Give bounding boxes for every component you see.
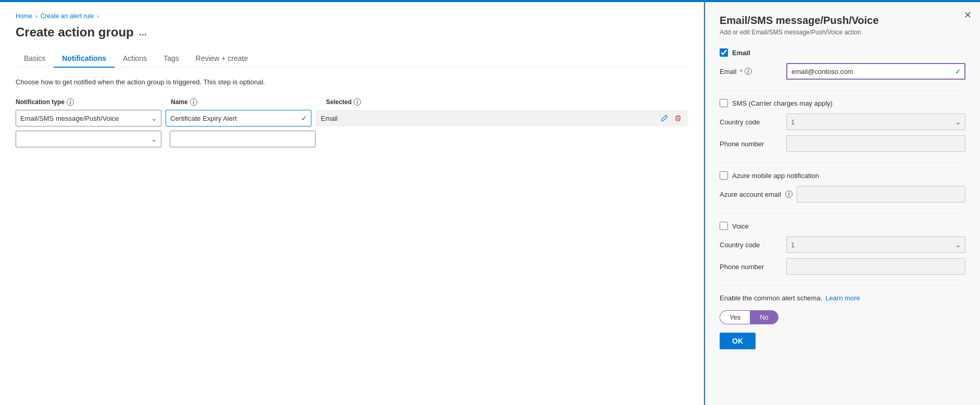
- email-field-row: Email * i ✓: [720, 63, 965, 80]
- notification-table-header: Notification type i Name i Selected i: [16, 98, 688, 106]
- notification-name-input-wrapper: ✓: [166, 110, 311, 126]
- col-header-name: Name i: [171, 98, 322, 106]
- voice-country-row: Country code 1: [720, 236, 965, 253]
- voice-phone-label: Phone number: [720, 263, 782, 271]
- learn-more-link[interactable]: Learn more: [825, 294, 860, 302]
- sms-phone-row: Phone number: [720, 135, 965, 152]
- tab-tags[interactable]: Tags: [155, 50, 187, 68]
- empty-type-select-wrapper: [16, 131, 161, 147]
- sms-country-select-wrapper: 1: [786, 113, 965, 130]
- voice-country-select-wrapper: 1: [786, 236, 965, 253]
- voice-checkbox[interactable]: [720, 222, 728, 230]
- voice-phone-row: Phone number: [720, 258, 965, 275]
- selected-value: Email: [321, 115, 338, 122]
- tabs-bar: Basics Notifications Actions Tags Review…: [16, 50, 688, 68]
- description-text: Choose how to get notified when the acti…: [16, 78, 688, 86]
- ok-button[interactable]: OK: [720, 333, 756, 349]
- azure-email-info-icon[interactable]: i: [785, 191, 793, 198]
- edit-notification-btn[interactable]: [660, 113, 669, 123]
- email-required-star: *: [740, 68, 743, 75]
- email-section: Email Email * i ✓: [720, 48, 965, 80]
- alert-schema-row: Enable the common alert schema. Learn mo…: [720, 294, 965, 302]
- sms-label: SMS (Carrier charges may apply): [732, 99, 833, 107]
- table-row: Email/SMS message/Push/Voice ✓ Email: [16, 110, 688, 126]
- email-field-label: Email * i: [720, 68, 782, 75]
- alert-schema-text: Enable the common alert schema.: [720, 294, 822, 302]
- tab-actions[interactable]: Actions: [115, 50, 155, 68]
- voice-country-select[interactable]: 1: [786, 236, 965, 253]
- voice-label: Voice: [732, 222, 749, 230]
- type-info-icon[interactable]: i: [67, 98, 74, 106]
- sms-country-select[interactable]: 1: [786, 113, 965, 130]
- sms-section: SMS (Carrier charges may apply) Country …: [720, 99, 965, 152]
- azure-account-email-row: Azure account email i: [720, 186, 965, 202]
- page-title: Create action group: [16, 25, 134, 40]
- email-label: Email: [732, 49, 750, 57]
- name-check-icon: ✓: [301, 114, 307, 122]
- voice-section: Voice Country code 1 Phone number: [720, 222, 965, 275]
- tab-basics[interactable]: Basics: [16, 50, 54, 68]
- sms-checkbox[interactable]: [720, 99, 728, 107]
- selected-cell: Email: [316, 110, 688, 126]
- selected-cell-actions: [660, 113, 683, 123]
- page-title-row: Create action group ...: [16, 25, 688, 40]
- email-input-wrapper: ✓: [786, 63, 965, 80]
- panel-subtitle: Add or edit Email/SMS message/Push/Voice…: [720, 29, 965, 36]
- sms-phone-label: Phone number: [720, 140, 782, 148]
- empty-name-wrapper: [166, 131, 316, 147]
- email-checkbox[interactable]: [720, 48, 728, 57]
- empty-type-select[interactable]: [16, 131, 161, 147]
- toggle-yes-btn[interactable]: Yes: [720, 310, 750, 324]
- azure-mobile-section: Azure mobile app notification Azure acco…: [720, 171, 965, 202]
- breadcrumb-sep2: ›: [97, 13, 99, 19]
- sms-country-label: Country code: [720, 118, 782, 126]
- breadcrumb-sep1: ›: [35, 13, 37, 19]
- close-panel-btn[interactable]: ✕: [964, 10, 972, 20]
- email-check-icon: ✓: [955, 67, 961, 75]
- notification-type-select[interactable]: Email/SMS message/Push/Voice: [16, 110, 161, 126]
- divider-2: [720, 162, 965, 163]
- voice-checkbox-row: Voice: [720, 222, 965, 230]
- breadcrumb-home[interactable]: Home: [16, 12, 32, 20]
- selected-info-icon[interactable]: i: [354, 98, 361, 106]
- alert-schema-toggle: Yes No: [720, 310, 965, 324]
- email-field-info-icon[interactable]: i: [745, 68, 752, 75]
- tab-notifications[interactable]: Notifications: [54, 50, 115, 68]
- col-header-selected: Selected i: [326, 98, 688, 106]
- name-info-icon[interactable]: i: [190, 98, 197, 106]
- voice-country-label: Country code: [720, 241, 782, 249]
- sms-checkbox-row: SMS (Carrier charges may apply): [720, 99, 965, 107]
- col-header-type: Notification type i: [16, 98, 167, 106]
- tab-review-create[interactable]: Review + create: [187, 50, 257, 68]
- panel-title: Email/SMS message/Push/Voice: [720, 15, 965, 27]
- table-row-empty: [16, 131, 688, 147]
- empty-name-input[interactable]: [170, 131, 316, 147]
- notification-table: Notification type i Name i Selected i Em…: [16, 98, 688, 147]
- azure-mobile-checkbox[interactable]: [720, 171, 728, 180]
- azure-mobile-checkbox-row: Azure mobile app notification: [720, 171, 965, 180]
- email-input[interactable]: [786, 63, 965, 80]
- azure-account-email-label: Azure account email i: [720, 191, 793, 198]
- sms-country-row: Country code 1: [720, 113, 965, 130]
- divider-3: [720, 213, 965, 213]
- toggle-no-btn[interactable]: No: [750, 310, 778, 324]
- breadcrumb-create-alert[interactable]: Create an alert rule: [41, 12, 94, 20]
- divider-1: [720, 90, 965, 91]
- right-panel: ✕ Email/SMS message/Push/Voice Add or ed…: [704, 2, 980, 405]
- notification-name-input[interactable]: [166, 110, 311, 126]
- divider-4: [720, 285, 965, 286]
- notification-type-select-wrapper: Email/SMS message/Push/Voice: [16, 110, 161, 126]
- sms-phone-input[interactable]: [786, 135, 965, 152]
- email-checkbox-row: Email: [720, 48, 965, 57]
- azure-account-email-input[interactable]: [797, 186, 965, 202]
- breadcrumb: Home › Create an alert rule ›: [16, 12, 688, 20]
- page-title-more-btn[interactable]: ...: [139, 27, 147, 38]
- azure-mobile-label: Azure mobile app notification: [732, 172, 819, 180]
- delete-notification-btn[interactable]: [673, 113, 683, 123]
- left-panel: Home › Create an alert rule › Create act…: [0, 2, 704, 405]
- voice-phone-input[interactable]: [786, 258, 965, 275]
